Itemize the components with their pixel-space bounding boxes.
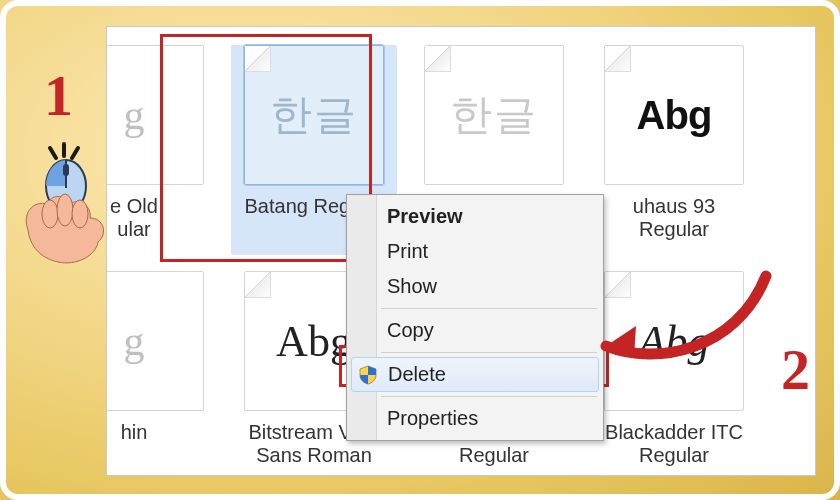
context-menu-item-label: Preview [387,205,463,227]
font-sample-text: Abg [637,93,712,138]
context-menu-item-label: Copy [387,319,434,341]
context-menu-item-show[interactable]: Show [349,269,601,304]
svg-point-5 [72,200,88,228]
context-menu-separator [381,396,597,397]
hand-mouse-icon [10,138,120,268]
font-item[interactable]: ge Old ular [106,45,217,255]
svg-point-3 [42,200,58,228]
page-dogear-icon [605,272,631,298]
context-menu-separator [381,352,597,353]
context-menu-item-label: Show [387,275,437,297]
svg-rect-2 [63,164,69,176]
font-thumbnail[interactable]: 한글 [244,45,384,185]
svg-point-4 [57,194,73,226]
font-thumbnail[interactable]: Abg [604,271,744,411]
font-thumbnail[interactable]: g [106,271,204,411]
font-sample-text: Abg [276,316,352,367]
font-sample-text: Abg [639,316,710,367]
context-menu-separator [381,308,597,309]
font-sample-text: g [124,317,145,365]
context-menu-item-preview[interactable]: Preview [349,199,601,234]
font-label: Blackadder ITC Regular [605,421,743,467]
page-dogear-icon [245,46,271,72]
page-dogear-icon [245,272,271,298]
font-thumbnail[interactable]: g [106,45,204,185]
step-number-1: 1 [44,62,73,129]
step-number-2: 2 [781,336,810,403]
context-menu: PreviewPrintShowCopyDeleteProperties [346,194,604,441]
context-menu-item-label: Properties [387,407,478,429]
font-item[interactable]: Abguhaus 93 Regular [591,45,757,255]
font-label: hin [121,421,148,444]
context-menu-item-delete[interactable]: Delete [351,357,599,392]
context-menu-item-print[interactable]: Print [349,234,601,269]
font-thumbnail[interactable]: 한글 [424,45,564,185]
font-item[interactable]: AbgBlackadder ITC Regular [591,271,757,476]
context-menu-item-properties[interactable]: Properties [349,401,601,436]
page-dogear-icon [605,46,631,72]
font-thumbnail[interactable]: Abg [604,45,744,185]
context-menu-item-copy[interactable]: Copy [349,313,601,348]
page-dogear-icon [425,46,451,72]
context-menu-item-label: Print [387,240,428,262]
font-sample-text: g [124,91,145,139]
font-sample-text: 한글 [450,87,538,143]
context-menu-items: PreviewPrintShowCopyDeleteProperties [349,199,601,436]
font-item[interactable]: ghin [106,271,217,476]
uac-shield-icon [359,365,377,385]
font-sample-text: 한글 [270,87,358,143]
context-menu-item-label: Delete [388,363,446,385]
font-label: uhaus 93 Regular [633,195,715,241]
